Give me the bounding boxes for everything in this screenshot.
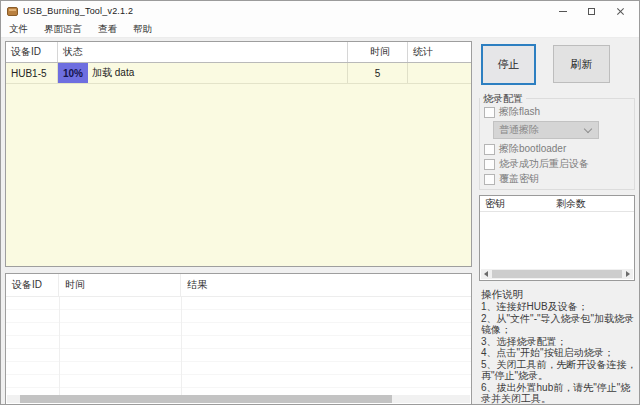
result-table: 设备ID 时间 结果 xyxy=(5,273,472,405)
maximize-icon xyxy=(588,8,595,15)
menu-view[interactable]: 查看 xyxy=(90,21,125,37)
table-row[interactable]: HUB1-5 10% 加载 data 5 xyxy=(6,63,471,84)
column-divider xyxy=(181,297,182,395)
erase-mode-value: 普通擦除 xyxy=(499,123,585,137)
erase-flash-label: 擦除flash xyxy=(499,105,540,119)
maximize-button[interactable] xyxy=(577,1,606,21)
key-table: 密钥 剩余数 xyxy=(479,195,635,281)
instruction-line: 3、选择烧录配置； xyxy=(481,336,637,348)
checkbox-icon xyxy=(484,144,495,155)
device-table-header: 设备ID 状态 时间 统计 xyxy=(6,42,471,63)
scroll-right-icon[interactable] xyxy=(623,269,633,279)
menu-language[interactable]: 界面语言 xyxy=(36,21,90,37)
menu-help[interactable]: 帮助 xyxy=(125,21,160,37)
minimize-button[interactable] xyxy=(548,1,577,21)
time-cell: 5 xyxy=(348,63,408,83)
col-stats[interactable]: 统计 xyxy=(408,42,471,62)
instruction-line: 1、连接好HUB及设备； xyxy=(481,301,637,313)
overwrite-key-checkbox[interactable]: 覆盖密钥 xyxy=(484,172,539,186)
close-button[interactable] xyxy=(606,1,635,21)
app-window: USB_Burning_Tool_v2.1.2 文件 界面语言 查看 帮助 设备… xyxy=(0,0,640,405)
chevron-down-icon xyxy=(584,124,592,132)
checkbox-icon xyxy=(484,159,495,170)
menu-bar: 文件 界面语言 查看 帮助 xyxy=(1,21,639,38)
progress-bar: 10% xyxy=(58,63,88,83)
burn-config-title: 烧录配置 xyxy=(480,92,526,106)
instruction-line: 2、从"文件"-"导入烧录包"加载烧录镜像； xyxy=(481,313,637,336)
stop-button[interactable]: 停止 xyxy=(481,44,536,85)
instructions-text: 1、连接好HUB及设备； 2、从"文件"-"导入烧录包"加载烧录镜像； 3、选择… xyxy=(481,301,637,405)
window-title: USB_Burning_Tool_v2.1.2 xyxy=(23,6,133,16)
scrollbar-thumb[interactable] xyxy=(20,395,392,403)
window-controls xyxy=(548,1,635,21)
menu-file[interactable]: 文件 xyxy=(1,21,36,37)
erase-bootloader-checkbox[interactable]: 擦除bootloader xyxy=(484,142,566,156)
erase-bootloader-label: 擦除bootloader xyxy=(499,142,566,156)
col-remaining[interactable]: 剩余数 xyxy=(554,196,586,211)
instructions-title: 操作说明 xyxy=(481,288,523,302)
col-key[interactable]: 密钥 xyxy=(480,196,554,211)
erase-mode-select[interactable]: 普通擦除 xyxy=(493,121,599,139)
close-icon xyxy=(616,7,625,16)
overwrite-key-label: 覆盖密钥 xyxy=(499,172,539,186)
status-cell: 10% 加载 data xyxy=(58,63,348,83)
key-table-header: 密钥 剩余数 xyxy=(480,196,634,212)
device-id-cell: HUB1-5 xyxy=(6,63,58,83)
scrollbar-thumb[interactable] xyxy=(492,270,622,278)
col-device-id[interactable]: 设备ID xyxy=(6,274,59,296)
col-time[interactable]: 时间 xyxy=(348,42,408,62)
col-time[interactable]: 时间 xyxy=(59,274,181,296)
reboot-after-success-checkbox[interactable]: 烧录成功后重启设备 xyxy=(484,157,589,171)
stats-cell xyxy=(408,63,471,83)
instruction-line: 6、拔出外置hub前，请先"停止"烧录并关闭工具。 xyxy=(481,382,637,405)
status-text: 加载 data xyxy=(92,66,134,80)
checkbox-icon xyxy=(484,107,495,118)
refresh-button[interactable]: 刷新 xyxy=(553,45,610,83)
reboot-after-success-label: 烧录成功后重启设备 xyxy=(499,157,589,171)
result-table-header: 设备ID 时间 结果 xyxy=(6,274,471,297)
instruction-line: 4、点击"开始"按钮启动烧录； xyxy=(481,347,637,359)
col-device-id[interactable]: 设备ID xyxy=(6,42,58,62)
col-status[interactable]: 状态 xyxy=(58,42,348,62)
title-bar: USB_Burning_Tool_v2.1.2 xyxy=(1,1,639,21)
scroll-left-icon[interactable] xyxy=(481,269,491,279)
column-divider xyxy=(59,297,60,395)
instruction-line: 5、关闭工具前，先断开设备连接，再"停止"烧录。 xyxy=(481,359,637,382)
result-table-body xyxy=(6,297,471,395)
minimize-icon xyxy=(559,11,567,12)
app-icon xyxy=(7,7,18,16)
col-result[interactable]: 结果 xyxy=(181,274,471,296)
device-table: 设备ID 状态 时间 统计 HUB1-5 10% 加载 data 5 xyxy=(5,41,472,267)
checkbox-icon xyxy=(484,174,495,185)
key-table-scrollbar[interactable] xyxy=(481,269,633,279)
result-table-scrollbar[interactable] xyxy=(7,395,470,403)
erase-flash-checkbox[interactable]: 擦除flash xyxy=(484,105,540,119)
